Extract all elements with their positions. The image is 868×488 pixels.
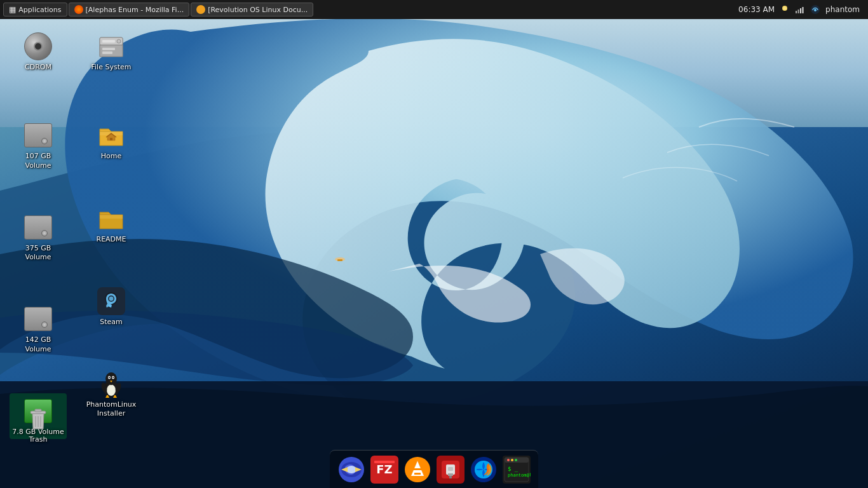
svg-point-33: [109, 377, 110, 378]
readme-label: README: [96, 235, 126, 244]
tab-firefox-1[interactable]: [Alephas Enum - Mozilla Fi...: [69, 3, 190, 17]
username: phantom: [825, 5, 860, 14]
svg-point-30: [105, 372, 117, 385]
taskbar: ▦ Applications [Alephas Enum - Mozilla F…: [0, 0, 868, 19]
svg-rect-38: [35, 409, 41, 412]
svg-point-44: [346, 466, 356, 473]
volume375-icon[interactable]: 375 GBVolume: [10, 210, 67, 265]
dock-terminal[interactable]: $ _ phantom@linux: [501, 454, 532, 485]
dock: FZ: [330, 450, 538, 488]
svg-point-19: [117, 39, 121, 43]
svg-rect-15: [100, 45, 123, 57]
filesystem-icon[interactable]: File System: [83, 29, 140, 74]
steam-graphic: [97, 287, 125, 315]
clock: 06:33 AM: [738, 5, 775, 14]
svg-rect-8: [798, 10, 799, 13]
home-label: Home: [101, 152, 121, 161]
taskbar-right: 06:33 AM: [738, 4, 865, 15]
tab-firefox-2[interactable]: [Revolution OS Linux Docu...: [191, 3, 313, 17]
volume142-label: 142 GBVolume: [25, 336, 51, 354]
readme-graphic: [97, 205, 125, 233]
trash-graphic: [24, 405, 52, 433]
svg-point-27: [109, 296, 114, 301]
hdd375-graphic: [24, 215, 52, 240]
svg-rect-47: [374, 461, 395, 463]
volume375-label: 375 GBVolume: [25, 244, 51, 262]
svg-rect-51: [414, 473, 421, 475]
svg-point-29: [107, 384, 116, 396]
svg-point-12: [814, 9, 817, 11]
dock-firefox[interactable]: [468, 454, 499, 485]
svg-rect-18: [102, 51, 112, 54]
svg-point-6: [783, 7, 787, 10]
desktop-left-icons: CDROM 107 GBVolume 375 GBVolume 142 GBVo…: [10, 29, 67, 439]
home-icon[interactable]: Home: [83, 118, 140, 163]
phantomlinux-label: PhantomLinuxInstaller: [86, 400, 137, 419]
svg-rect-4: [337, 259, 342, 261]
dock-filezilla[interactable]: FZ: [369, 454, 400, 485]
svg-rect-56: [448, 473, 453, 476]
filesystem-label: File System: [92, 63, 132, 72]
trash-icon[interactable]: Trash: [10, 401, 67, 447]
filesystem-graphic: [97, 32, 125, 60]
volume107-label: 107 GBVolume: [25, 152, 51, 170]
network-icon[interactable]: [795, 4, 805, 15]
warning-tab-icon-2: [196, 5, 205, 14]
taskbar-left: ▦ Applications [Alephas Enum - Mozilla F…: [3, 3, 738, 17]
svg-rect-17: [102, 48, 115, 50]
trash-label: Trash: [29, 435, 47, 444]
steam-tray-icon[interactable]: [810, 4, 820, 15]
svg-rect-16: [102, 40, 115, 43]
svg-rect-7: [796, 11, 797, 13]
svg-rect-22: [100, 215, 123, 219]
svg-rect-50: [412, 468, 423, 470]
hdd107-graphic: [24, 123, 52, 147]
svg-text:phantom@linux: phantom@linux: [508, 473, 531, 478]
cdrom-label: CDROM: [25, 63, 51, 72]
svg-point-63: [507, 459, 510, 461]
applications-icon: ▦: [9, 5, 16, 14]
svg-rect-21: [110, 138, 112, 140]
volume107-icon[interactable]: 107 GBVolume: [10, 118, 67, 173]
tab1-label: [Alephas Enum - Mozilla Fi...: [86, 6, 184, 14]
dock-install[interactable]: [435, 454, 466, 485]
home-graphic: [97, 121, 125, 149]
svg-text:FZ: FZ: [376, 463, 392, 476]
svg-rect-10: [803, 7, 804, 13]
hdd142-graphic: [24, 307, 52, 331]
desktop: ▦ Applications [Alephas Enum - Mozilla F…: [0, 0, 868, 488]
cdrom-icon[interactable]: CDROM: [10, 29, 67, 74]
dock-vlc[interactable]: [402, 454, 433, 485]
cdrom-graphic: [24, 32, 52, 60]
applications-button[interactable]: ▦ Applications: [3, 3, 67, 17]
steam-label: Steam: [100, 318, 123, 327]
volume142-icon[interactable]: 142 GBVolume: [10, 301, 67, 356]
svg-rect-55: [448, 467, 453, 471]
svg-text:$ _: $ _: [508, 466, 519, 472]
svg-rect-9: [800, 8, 801, 13]
svg-point-64: [511, 459, 513, 461]
desktop-right-icons: File System Home: [83, 29, 140, 421]
svg-point-65: [515, 459, 517, 461]
phantomlinux-icon[interactable]: PhantomLinuxInstaller: [83, 366, 140, 421]
steam-icon[interactable]: Steam: [83, 283, 140, 329]
svg-rect-57: [449, 476, 452, 478]
weather-icon: [780, 4, 790, 15]
svg-rect-49: [410, 476, 425, 479]
readme-icon[interactable]: README: [83, 201, 140, 247]
applications-label: Applications: [18, 6, 61, 14]
dock-thunderbird[interactable]: [336, 454, 367, 485]
svg-point-34: [112, 377, 114, 378]
tux-graphic: [97, 370, 125, 398]
tab2-label: [Revolution OS Linux Docu...: [208, 6, 308, 14]
firefox-tab-icon-1: [74, 5, 83, 14]
